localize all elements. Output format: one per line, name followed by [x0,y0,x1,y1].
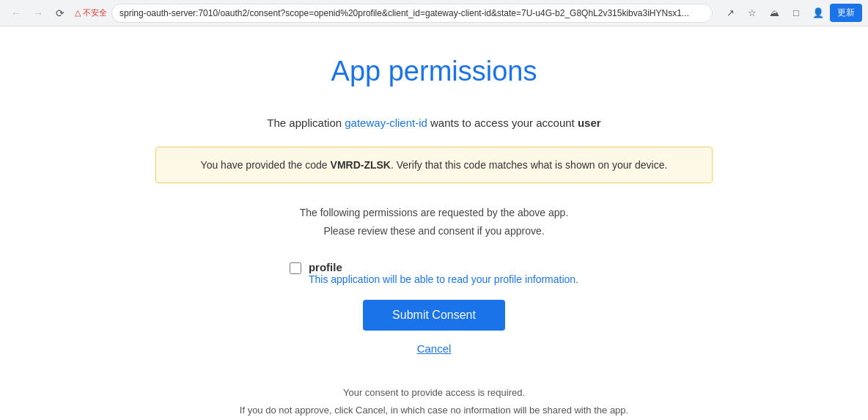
warning-box: You have provided the code VMRD-ZLSK. Ve… [155,147,713,183]
account-text-before: The application [267,117,345,129]
back-button[interactable]: ← [6,3,26,23]
account-description: The application gateway-client-id wants … [155,117,713,129]
permission-name: profile [309,261,578,273]
username: user [578,117,601,129]
footer-line2: If you do not approve, click Cancel, in … [155,402,713,419]
submit-consent-button[interactable]: Submit Consent [363,300,505,331]
permissions-line1: The following permissions are requested … [155,204,713,222]
page-content: App permissions The application gateway-… [141,26,727,420]
profile-checkbox[interactable] [290,262,301,274]
bookmark-button[interactable]: ☆ [742,3,762,23]
profile-button[interactable]: 👤 [808,3,828,23]
share-button[interactable]: ↗ [720,3,740,23]
toolbar-icons: ↗ ☆ ⛰ □ 👤 更新 [720,3,862,23]
permission-item: profile This application will be able to… [155,261,713,285]
forward-button[interactable]: → [28,3,48,23]
footer-text: Your consent to provide access is requir… [155,384,713,419]
cancel-link[interactable]: Cancel [155,342,713,355]
permissions-line2: Please review these and consent if you a… [155,222,713,240]
extensions-button[interactable]: ⛰ [764,3,784,23]
permission-details: profile This application will be able to… [309,261,578,285]
url-text: spring-oauth-server:7010/oauth2/consent?… [119,8,689,18]
update-button[interactable]: 更新 [830,4,862,22]
warning-text-after: . Verify that this code matches what is … [391,159,667,171]
footer-line1: Your consent to provide access is requir… [155,384,713,401]
account-text-after: wants to access your account [427,117,578,129]
security-warning: △ 不安全 [75,7,107,18]
warning-triangle-icon: △ [75,8,81,18]
page-title: App permissions [155,56,713,87]
address-bar[interactable]: spring-oauth-server:7010/oauth2/consent?… [111,4,713,23]
reload-button[interactable]: ⟳ [50,3,70,23]
permissions-description: The following permissions are requested … [155,204,713,240]
nav-buttons: ← → ⟳ [6,3,70,23]
permission-description: This application will be able to read yo… [309,273,578,285]
app-id-link[interactable]: gateway-client-id [345,117,427,129]
warning-text-before: You have provided the code [201,159,331,171]
security-label: 不安全 [83,7,107,18]
fullscreen-button[interactable]: □ [786,3,806,23]
device-code: VMRD-ZLSK [331,159,391,171]
browser-chrome: ← → ⟳ △ 不安全 spring-oauth-server:7010/oau… [0,0,868,26]
